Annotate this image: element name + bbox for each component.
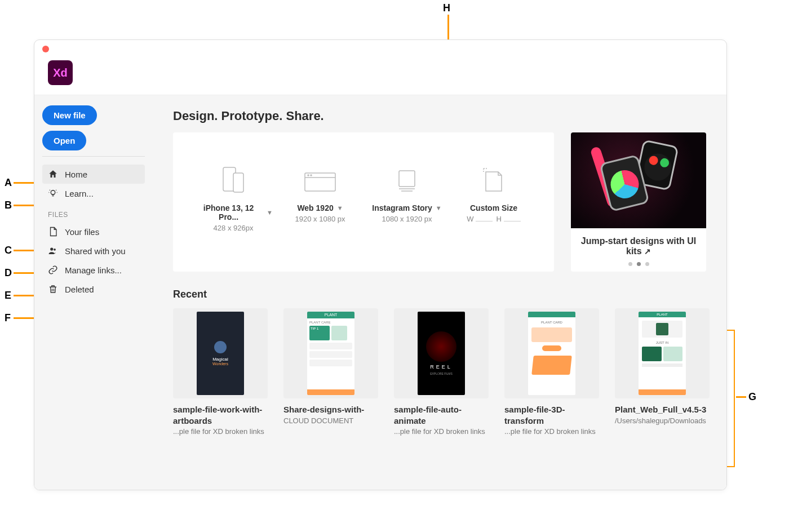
callout-g: G [748,391,756,403]
presets-card: iPhone 13, 12 Pro... ▼ 428 x 926px Web 1… [173,132,554,272]
sidebar-item-deleted[interactable]: Deleted [42,280,145,299]
chevron-down-icon[interactable]: ▼ [337,205,343,211]
width-label: W [467,215,473,223]
preset-dims: 1920 x 1080 px [295,215,345,223]
preset-web[interactable]: Web 1920 ▼ 1920 x 1080 px [281,163,360,251]
sidebar-item-label: Deleted [65,285,94,294]
promo-title: Jump-start designs with UI kits ↗ [571,228,706,262]
callout-d: D [5,267,12,279]
recent-sub: ...ple file for XD broken links [394,427,489,436]
promo-image [571,132,706,228]
app-window: Xd New file Open Home Learn... FILES You… [34,39,727,490]
sidebar-item-your-files[interactable]: Your files [42,222,145,241]
svg-rect-5 [305,173,335,191]
sidebar-item-label: Home [65,170,87,179]
width-input[interactable] [476,221,493,221]
svg-point-7 [308,175,309,176]
home-icon [48,169,58,179]
xd-logo: Xd [48,60,73,85]
external-link-icon: ↗ [644,247,651,256]
sidebar-item-manage-links[interactable]: Manage links... [42,260,145,280]
sidebar: New file Open Home Learn... FILES Your f… [34,95,153,490]
file-icon [48,227,58,237]
svg-rect-9 [399,171,415,187]
thumbnail: PLANT PLANT CARE TIP 1 [283,308,378,398]
recent-sub: ...ple file for XD broken links [173,427,268,436]
recent-item[interactable]: Magical Wonders sample-file-work-with-ar… [173,308,268,436]
preset-label: Instagram Story [372,203,432,212]
recent-item[interactable]: REEL EXPLORE FILMS sample-file-auto-anim… [394,308,489,436]
callout-e: E [5,290,11,302]
svg-rect-4 [233,173,243,192]
files-section-label: FILES [42,203,145,222]
preset-label: iPhone 13, 12 Pro... [194,203,263,221]
sidebar-item-learn[interactable]: Learn... [42,184,145,203]
thumbnail: REEL EXPLORE FILMS [394,308,489,398]
svg-point-8 [311,175,312,176]
hero-row: iPhone 13, 12 Pro... ▼ 428 x 926px Web 1… [173,132,706,272]
callout-line [736,396,746,398]
hero-title: Design. Prototype. Share. [173,109,706,123]
recent-sub: CLOUD DOCUMENT [283,416,378,425]
preset-custom[interactable]: Custom Size W H [454,163,533,251]
lightbulb-icon [48,188,58,198]
recent-item[interactable]: PLANT CARD sample-file-3D-transform ...p… [504,308,599,436]
recent-name: Share-designs-with- [283,404,378,415]
sidebar-item-label: Shared with you [65,246,126,256]
thumbnail: PLANT JUST IN [615,308,710,398]
custom-size-icon [477,163,511,193]
body: New file Open Home Learn... FILES Your f… [34,95,726,490]
carousel-dot[interactable] [645,262,649,266]
carousel-dots[interactable] [571,262,706,272]
sidebar-item-label: Your files [65,227,99,237]
preset-iphone[interactable]: iPhone 13, 12 Pro... ▼ 428 x 926px [194,163,273,251]
recent-name: Plant_Web_Full_v4.5-3 [615,404,710,415]
sidebar-item-label: Manage links... [65,265,122,275]
recent-sub: /Users/shalegup/Downloads [615,416,710,425]
recent-name: sample-file-work-with-artboards [173,404,268,426]
divider [42,156,145,157]
recent-grid: Magical Wonders sample-file-work-with-ar… [173,308,706,436]
recent-item[interactable]: PLANT PLANT CARE TIP 1 [283,308,378,436]
chevron-down-icon[interactable]: ▼ [436,205,442,211]
height-input[interactable] [504,221,521,221]
callout-b: B [5,200,12,211]
phone-icon [216,163,250,193]
callout-h: H [443,2,450,14]
svg-point-0 [51,190,55,195]
link-icon [48,265,58,275]
open-button[interactable]: Open [42,131,86,150]
close-window-button[interactable] [42,46,49,52]
preset-dims: 1080 x 1920 px [382,215,432,223]
recent-name: sample-file-auto-animate [394,404,489,426]
people-icon [48,246,58,256]
new-file-button[interactable]: New file [42,105,97,125]
recent-sub: ...ple file for XD broken links [504,427,599,436]
trash-icon [48,284,58,294]
thumbnail: Magical Wonders [173,308,268,398]
preset-dims: 428 x 926px [214,224,254,232]
title-bar [34,40,726,56]
callout-c: C [5,245,12,256]
browser-icon [303,163,337,193]
carousel-dot[interactable] [637,262,641,266]
recent-name: sample-file-3D-transform [504,404,599,426]
main: Design. Prototype. Share. iPhone 13, 12 … [153,95,726,490]
preset-label: Web 1920 [297,203,333,212]
promo-card[interactable]: Jump-start designs with UI kits ↗ [571,132,706,272]
sidebar-item-label: Learn... [65,189,94,198]
callout-a: A [5,177,12,189]
sidebar-item-home[interactable]: Home [42,165,145,184]
recent-item[interactable]: PLANT JUST IN [615,308,710,436]
sidebar-item-shared[interactable]: Shared with you [42,241,145,260]
svg-point-1 [50,247,53,250]
carousel-dot[interactable] [628,262,632,266]
preset-instagram[interactable]: Instagram Story ▼ 1080 x 1920 px [367,163,446,251]
header: Xd [34,56,726,95]
svg-point-2 [54,249,56,251]
recent-title: Recent [173,289,706,300]
height-label: H [496,215,501,223]
thumbnail: PLANT CARD [504,308,599,398]
story-icon [390,163,424,193]
chevron-down-icon[interactable]: ▼ [267,209,273,216]
